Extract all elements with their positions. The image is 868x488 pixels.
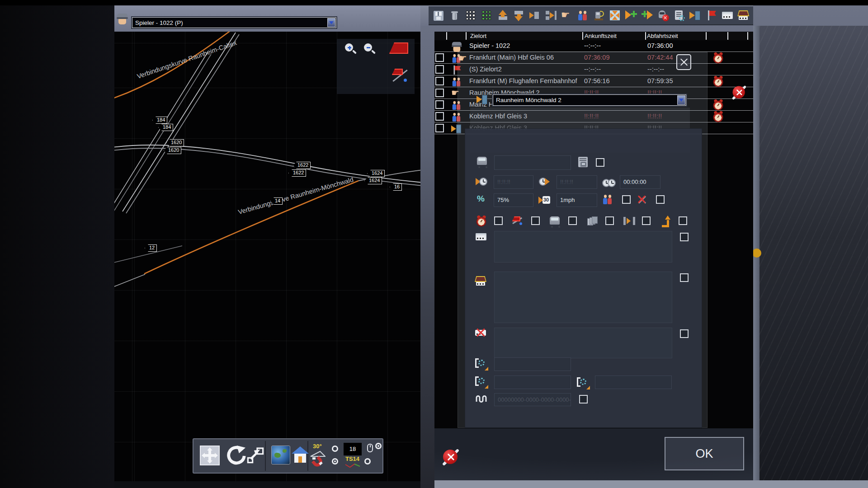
- instruction-field-3[interactable]: [595, 375, 672, 389]
- dialog-footer: OK: [434, 428, 753, 480]
- instruction-field-2[interactable]: [494, 375, 571, 389]
- speed-value-box[interactable]: 18: [344, 443, 362, 455]
- no-platform-icon: [475, 327, 488, 340]
- consist-name-field[interactable]: [494, 155, 571, 170]
- guid-field[interactable]: 00000000-0000-0000-0000-00000: [494, 393, 571, 406]
- main-toolbar: ☛: [429, 6, 753, 25]
- platform-checkbox[interactable]: [680, 233, 689, 241]
- performance-field[interactable]: 75%: [494, 193, 533, 207]
- cancel-stop-checkbox[interactable]: [656, 195, 665, 204]
- row-checkbox[interactable]: [435, 112, 444, 121]
- mouse-icon: [367, 444, 373, 452]
- center-view-button[interactable]: [608, 8, 622, 23]
- lower-track-button[interactable]: [512, 8, 525, 23]
- raise-track-button[interactable]: [496, 8, 509, 23]
- chevron-down-icon[interactable]: [327, 18, 335, 27]
- table-row[interactable]: Spieler - 1022--:--:--07:36:00: [434, 40, 753, 52]
- save-button[interactable]: [432, 8, 445, 23]
- track-number-tag: 1620: [166, 139, 184, 146]
- alarm-clock-icon: [712, 75, 724, 87]
- track-map[interactable]: Verbindungskurve Raunheim-Caltex Verbind…: [114, 32, 420, 481]
- version-mode-radio[interactable]: [364, 458, 371, 465]
- portal-button[interactable]: [689, 8, 702, 23]
- mouse-mode-radio[interactable]: [375, 443, 382, 449]
- driver-icon: [451, 41, 461, 51]
- add-service-icon: [625, 9, 637, 21]
- refuel-icon: [593, 9, 605, 21]
- exclusion-list-area[interactable]: [494, 328, 672, 358]
- row-checkbox[interactable]: [435, 100, 444, 109]
- rotate-tool-button[interactable]: [225, 445, 246, 468]
- drive-button[interactable]: ☛: [560, 8, 574, 23]
- passengers-checkbox[interactable]: [622, 195, 631, 204]
- row-checkbox[interactable]: [435, 65, 444, 74]
- globe-icon[interactable]: [271, 446, 290, 465]
- remove-marker-icon[interactable]: [731, 84, 747, 101]
- depot-checkbox[interactable]: [680, 273, 689, 282]
- scene-right-background: [760, 26, 868, 488]
- gradient-mode-radio[interactable]: [332, 446, 338, 452]
- grid-white-icon: [465, 9, 476, 21]
- departure-time-field[interactable]: !!:!!:!!: [557, 175, 597, 189]
- consist-stack-checkbox[interactable]: [605, 216, 614, 225]
- destination-dropdown[interactable]: Raunheim Mönchwald 2: [493, 94, 686, 106]
- guid-checkbox[interactable]: [579, 395, 588, 404]
- zoom-in-icon[interactable]: [345, 43, 353, 52]
- marker-small-icon[interactable]: [390, 67, 411, 85]
- track-number-tag: 1622: [293, 162, 311, 169]
- grid-white-button[interactable]: [464, 8, 477, 23]
- gradient-mode-icon[interactable]: 30°: [313, 443, 322, 450]
- dialog-close-button[interactable]: [676, 54, 691, 70]
- depot-button[interactable]: [736, 8, 750, 23]
- service-settings-button[interactable]: [672, 8, 686, 23]
- delete-service-button[interactable]: [656, 8, 670, 23]
- add-stop-button[interactable]: [640, 8, 654, 23]
- remove-marker-icon[interactable]: [441, 447, 461, 467]
- reverse-checkbox[interactable]: [679, 216, 687, 225]
- passengers-button[interactable]: [576, 8, 590, 23]
- couple-button[interactable]: [528, 8, 542, 23]
- chevron-down-icon[interactable]: [677, 95, 685, 105]
- row-checkbox[interactable]: [435, 89, 444, 97]
- platform-icon: [722, 9, 733, 21]
- instruction-field-1[interactable]: [494, 357, 571, 371]
- home-button[interactable]: [290, 446, 310, 465]
- refuel-button[interactable]: [592, 8, 606, 23]
- depot-icon: [475, 275, 488, 289]
- platform-list-area[interactable]: [494, 231, 672, 263]
- flag-button[interactable]: [704, 8, 718, 23]
- row-checkbox[interactable]: [435, 77, 444, 85]
- consist-dropdown[interactable]: Spieler - 1022 (P): [132, 17, 336, 28]
- destination-dropdown-value: Raunheim Mönchwald 2: [493, 97, 677, 103]
- marker-large-icon[interactable]: [389, 42, 408, 54]
- timetable-header: Zielort Ankunftszeit Abfahrtszeit: [434, 32, 753, 40]
- add-service-button[interactable]: [624, 8, 638, 23]
- delete-button[interactable]: [448, 8, 461, 23]
- row-checkbox[interactable]: [435, 124, 444, 132]
- depot-list-area[interactable]: [494, 272, 672, 323]
- uncouple-button[interactable]: [544, 8, 557, 23]
- uncouple-icon: [545, 9, 557, 21]
- zoom-out-icon[interactable]: [364, 43, 372, 52]
- consist-checkbox[interactable]: [596, 158, 604, 167]
- platform-button[interactable]: [721, 8, 734, 23]
- row-zielort: Spieler - 1022: [469, 42, 510, 49]
- arrival-time-field[interactable]: !!:!!:!!: [494, 175, 533, 189]
- pan-tool-button[interactable]: [200, 446, 220, 465]
- grid-green-button[interactable]: [480, 8, 493, 23]
- exclusion-checkbox[interactable]: [680, 329, 689, 338]
- magnet-mode-radio[interactable]: [332, 458, 338, 465]
- row-checkbox[interactable]: [435, 53, 444, 62]
- alarm-checkbox[interactable]: [494, 216, 503, 225]
- locomotive-checkbox[interactable]: [568, 216, 577, 225]
- skip-stop-checkbox[interactable]: [642, 216, 651, 225]
- magnet-icon: [312, 457, 326, 468]
- move-tool-button[interactable]: [247, 446, 264, 466]
- alarm-icon: [476, 215, 489, 229]
- speed-limit-field[interactable]: 1mph: [557, 193, 597, 207]
- duration-field[interactable]: 00:00:00: [620, 175, 660, 189]
- track-marker-checkbox[interactable]: [531, 216, 540, 225]
- left-dark-strip: [0, 0, 114, 488]
- ok-button[interactable]: OK: [665, 437, 744, 470]
- bottom-light-band: [434, 480, 868, 488]
